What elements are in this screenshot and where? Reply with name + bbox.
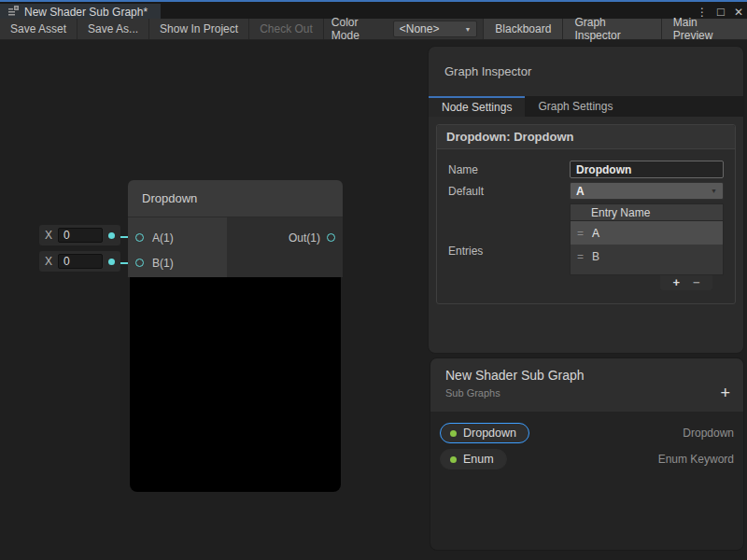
property-type: Enum Keyword — [658, 453, 734, 466]
add-entry-button[interactable]: + — [672, 276, 680, 289]
input-widget-b: X 0 — [39, 251, 120, 272]
property-name: Dropdown — [463, 427, 516, 440]
input-port-icon[interactable] — [135, 233, 144, 242]
exposed-dot-icon — [450, 456, 457, 463]
value-input[interactable]: 0 — [58, 254, 103, 269]
entries-list: Entry Name = A = B — [570, 203, 724, 275]
blackboard-row-dropdown: Dropdown Dropdown — [440, 420, 734, 446]
node-input-column: A(1) B(1) — [128, 217, 227, 277]
tab-graph-settings[interactable]: Graph Settings — [525, 96, 626, 117]
color-mode-value: <None> — [400, 22, 440, 35]
inspector-title: Graph Inspector — [429, 47, 743, 96]
name-field[interactable]: Dropdown — [570, 161, 724, 178]
tab-title: New Shader Sub Graph* — [24, 6, 148, 19]
chevron-down-icon: ▼ — [711, 188, 717, 194]
default-value: A — [576, 185, 585, 198]
color-mode-label: Color Mode — [324, 19, 393, 39]
property-type: Dropdown — [683, 427, 734, 440]
entry-name: A — [592, 227, 599, 240]
entry-name: B — [592, 250, 599, 263]
entries-add-remove-box: + − — [660, 275, 712, 290]
port-label: Out(1) — [289, 231, 320, 245]
remove-entry-button[interactable]: − — [693, 276, 700, 289]
axis-label: X — [45, 255, 52, 268]
exposed-dot-icon — [450, 430, 457, 437]
shader-graph-window: New Shader Sub Graph* ⋮ □ ✕ Save Asset S… — [0, 0, 747, 560]
chevron-down-icon: ▼ — [464, 26, 471, 33]
axis-label: X — [45, 229, 52, 242]
color-mode-dropdown[interactable]: <None> ▼ — [393, 21, 478, 37]
default-label: Default — [448, 182, 570, 200]
input-port-icon[interactable] — [135, 259, 144, 267]
blackboard-title: New Shader Sub Graph — [445, 368, 728, 383]
port-label: A(1) — [152, 231, 174, 245]
value-input[interactable]: 0 — [58, 228, 103, 243]
toolbar: Save Asset Save As... Show In Project Ch… — [0, 19, 747, 40]
entries-header: Entry Name — [571, 204, 723, 221]
wire-stub-port-icon[interactable] — [108, 232, 115, 239]
entry-row-b[interactable]: = B — [571, 245, 723, 268]
input-port-row: A(1) — [128, 225, 227, 250]
port-label: B(1) — [152, 257, 174, 270]
blackboard-panel: New Shader Sub Graph Sub Graphs + Dropdo… — [430, 357, 744, 551]
wire-stub-port-icon[interactable] — [108, 259, 115, 265]
drag-handle-icon[interactable]: = — [577, 227, 584, 240]
input-port-row: B(1) — [128, 250, 227, 275]
node-preview — [130, 277, 341, 492]
main-preview-toggle-button[interactable]: Main Preview — [661, 19, 747, 39]
name-label: Name — [448, 161, 570, 178]
save-as-button[interactable]: Save As... — [78, 19, 149, 39]
check-out-button: Check Out — [249, 19, 324, 39]
tab-node-settings[interactable]: Node Settings — [429, 96, 525, 117]
entries-padding — [571, 268, 723, 274]
node-title[interactable]: Dropdown — [128, 180, 343, 217]
section-title: Dropdown: Dropdown — [437, 125, 735, 149]
inspector-tab-row: Node Settings Graph Settings — [429, 96, 743, 117]
property-pill-enum[interactable]: Enum — [440, 449, 507, 469]
dropdown-settings-section: Dropdown: Dropdown Name Dropdown Default… — [436, 124, 736, 304]
node-output-column: Out(1) — [227, 217, 343, 277]
property-name: Enum — [463, 453, 494, 466]
entry-row-a[interactable]: = A — [571, 221, 723, 245]
show-in-project-button[interactable]: Show In Project — [149, 19, 249, 39]
add-property-button[interactable]: + — [720, 385, 730, 401]
entries-label: Entries — [448, 203, 570, 290]
save-asset-button[interactable]: Save Asset — [0, 19, 78, 39]
blackboard-subtitle: Sub Graphs — [445, 387, 728, 399]
blackboard-row-enum: Enum Enum Keyword — [440, 446, 734, 472]
input-widget-a: X 0 — [39, 225, 120, 245]
dropdown-node[interactable]: Dropdown A(1) B(1) Out(1) — [128, 180, 343, 494]
graph-inspector-panel: Graph Inspector Node Settings Graph Sett… — [428, 46, 744, 354]
blackboard-header: New Shader Sub Graph Sub Graphs + — [430, 358, 743, 412]
default-dropdown[interactable]: A ▼ — [570, 182, 724, 200]
blackboard-toggle-button[interactable]: Blackboard — [483, 19, 562, 39]
property-pill-dropdown[interactable]: Dropdown — [440, 423, 529, 443]
output-port-row: Out(1) — [227, 225, 343, 250]
graph-inspector-toggle-button[interactable]: Graph Inspector — [562, 19, 660, 39]
drag-handle-icon[interactable]: = — [577, 250, 584, 263]
output-port-icon[interactable] — [327, 233, 335, 242]
